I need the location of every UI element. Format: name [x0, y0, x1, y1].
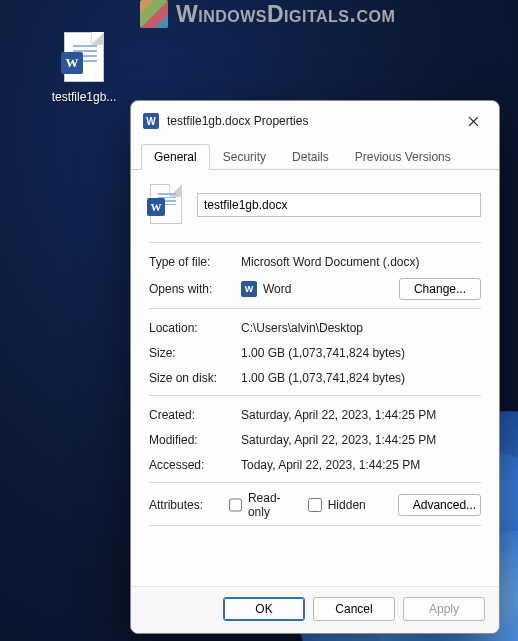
ok-button[interactable]: OK	[223, 597, 305, 621]
hidden-checkbox-wrap[interactable]: Hidden	[308, 498, 366, 512]
value-modified: Saturday, April 22, 2023, 1:44:25 PM	[241, 433, 481, 447]
tab-previous-versions[interactable]: Previous Versions	[342, 144, 464, 170]
value-created: Saturday, April 22, 2023, 1:44:25 PM	[241, 408, 481, 422]
cancel-button[interactable]: Cancel	[313, 597, 395, 621]
word-app-icon	[241, 281, 257, 297]
value-accessed: Today, April 22, 2023, 1:44:25 PM	[241, 458, 481, 472]
change-button[interactable]: Change...	[399, 278, 481, 300]
dialog-tabs: General Security Details Previous Versio…	[131, 143, 499, 170]
desktop: WindowsDigitals.com testfile1gb... testf…	[0, 0, 518, 641]
watermark-text: WindowsDigitals.com	[176, 1, 395, 28]
label-size-on-disk: Size on disk:	[149, 371, 241, 385]
advanced-button[interactable]: Advanced...	[398, 494, 481, 516]
readonly-checkbox[interactable]	[229, 498, 242, 512]
label-modified: Modified:	[149, 433, 241, 447]
readonly-checkbox-wrap[interactable]: Read-only	[229, 491, 292, 519]
value-size: 1.00 GB (1,073,741,824 bytes)	[241, 346, 481, 360]
general-panel: Type of file: Microsoft Word Document (.…	[131, 170, 499, 586]
close-button[interactable]	[457, 109, 489, 133]
desktop-file-icon[interactable]: testfile1gb...	[44, 32, 124, 104]
tab-details[interactable]: Details	[279, 144, 342, 170]
tab-security[interactable]: Security	[210, 144, 279, 170]
value-type-of-file: Microsoft Word Document (.docx)	[241, 255, 481, 269]
hidden-label: Hidden	[328, 498, 366, 512]
dialog-title: testfile1gb.docx Properties	[167, 114, 308, 128]
watermark-logo-icon	[140, 0, 168, 28]
value-location: C:\Users\alvin\Desktop	[241, 321, 481, 335]
site-watermark: WindowsDigitals.com	[140, 0, 395, 28]
word-app-icon	[143, 113, 159, 129]
readonly-label: Read-only	[248, 491, 292, 519]
close-icon	[468, 116, 479, 127]
label-location: Location:	[149, 321, 241, 335]
properties-dialog: testfile1gb.docx Properties General Secu…	[130, 100, 500, 634]
label-attributes: Attributes:	[149, 498, 229, 512]
hidden-checkbox[interactable]	[308, 498, 322, 512]
word-document-icon	[149, 184, 183, 226]
filename-input[interactable]	[197, 193, 481, 217]
apply-button[interactable]: Apply	[403, 597, 485, 621]
label-type-of-file: Type of file:	[149, 255, 241, 269]
value-opens-with: Word	[263, 282, 399, 296]
label-created: Created:	[149, 408, 241, 422]
dialog-titlebar[interactable]: testfile1gb.docx Properties	[131, 101, 499, 137]
desktop-file-label: testfile1gb...	[44, 90, 124, 104]
word-document-icon	[61, 32, 107, 84]
tab-general[interactable]: General	[141, 144, 210, 170]
dialog-button-row: OK Cancel Apply	[131, 586, 499, 633]
label-accessed: Accessed:	[149, 458, 241, 472]
value-size-on-disk: 1.00 GB (1,073,741,824 bytes)	[241, 371, 481, 385]
label-opens-with: Opens with:	[149, 282, 241, 296]
label-size: Size:	[149, 346, 241, 360]
